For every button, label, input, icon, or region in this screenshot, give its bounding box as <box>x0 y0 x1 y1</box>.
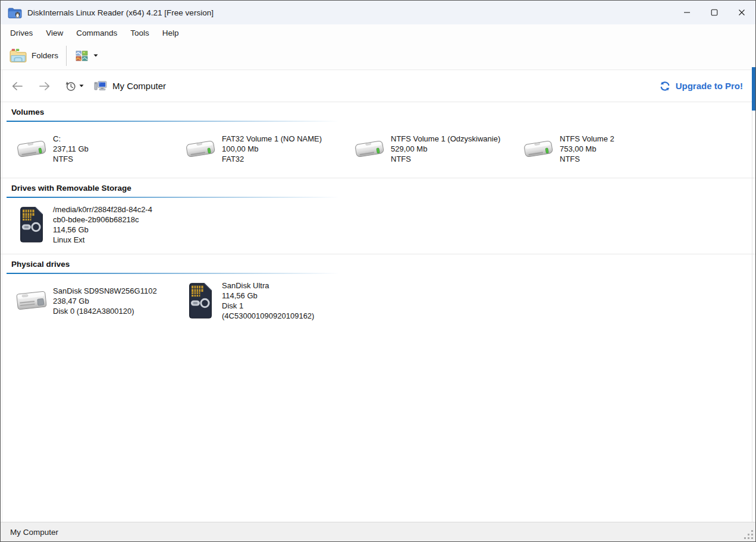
toolbar-separator <box>66 46 67 66</box>
current-location: My Computer <box>94 80 166 92</box>
menu-drives[interactable]: Drives <box>4 26 39 40</box>
section-volumes: Volumes C: 237,11 Gb NTFS FAT32 Volume 1… <box>1 102 755 178</box>
hard-drive-icon <box>522 135 555 162</box>
drive-size: 114,56 Gb <box>222 291 314 301</box>
toolbar: Folders <box>1 42 755 70</box>
volume-filesystem: NTFS <box>53 154 89 164</box>
status-bar: My Computer <box>1 522 755 541</box>
volume-item-ntfs2[interactable]: NTFS Volume 2 753,00 Mb NTFS <box>507 127 676 170</box>
window-title: DiskInternals Linux Reader (x64) 4.21 [F… <box>27 8 214 17</box>
close-button[interactable] <box>728 1 755 24</box>
drive-id: Disk 0 (1842A3800120) <box>53 306 157 316</box>
my-computer-icon <box>94 80 107 92</box>
menu-commands[interactable]: Commands <box>70 26 124 40</box>
volume-name: C: <box>53 134 89 144</box>
upgrade-to-pro-link[interactable]: Upgrade to Pro! <box>659 80 743 92</box>
drive-filesystem: Linux Ext <box>53 235 152 245</box>
section-title: Physical drives <box>1 254 755 269</box>
location-label: My Computer <box>112 81 166 91</box>
mount-path-line2: cb0-bdee-2b906b68218c <box>53 215 152 225</box>
menu-bar: Drives View Commands Tools Help <box>1 24 755 42</box>
sd-card-icon <box>187 282 214 319</box>
status-text: My Computer <box>10 528 58 537</box>
drive-serial: (4C530001090920109162) <box>222 311 314 321</box>
physical-drive-item-0[interactable]: SanDisk SD9SN8W256G1102 238,47 Gb Disk 0… <box>1 279 170 322</box>
physical-drive-item-1[interactable]: SanDisk Ultra 114,56 Gb Disk 1 (4C530001… <box>170 279 338 322</box>
drive-size: 114,56 Gb <box>53 225 152 235</box>
resize-grip[interactable] <box>744 530 754 540</box>
section-removable: Drives with Removable Storage /media/k0r… <box>1 178 755 254</box>
content-area: Volumes C: 237,11 Gb NTFS FAT32 Volume 1… <box>1 102 755 522</box>
volume-name: FAT32 Volume 1 (NO NAME) <box>222 134 322 144</box>
volume-name: NTFS Volume 1 (Odzyskiwanie) <box>391 134 500 144</box>
drive-model: SanDisk Ultra <box>222 281 314 291</box>
volume-item-fat32[interactable]: FAT32 Volume 1 (NO NAME) 100,00 Mb FAT32 <box>170 127 338 170</box>
menu-help[interactable]: Help <box>156 26 186 40</box>
drive-id: Disk 1 <box>222 301 314 311</box>
sd-card-icon <box>18 206 45 243</box>
chevron-down-icon <box>93 54 98 57</box>
history-dropdown-button[interactable] <box>65 80 84 92</box>
arrow-left-icon <box>10 81 24 91</box>
maximize-button[interactable] <box>701 1 728 24</box>
arrow-right-icon <box>37 81 52 91</box>
volume-size: 100,00 Mb <box>222 144 322 154</box>
menu-tools[interactable]: Tools <box>124 26 156 40</box>
physical-drive-icon <box>15 287 48 314</box>
volume-item-c[interactable]: C: 237,11 Gb NTFS <box>1 127 170 170</box>
sync-icon <box>659 80 671 92</box>
forward-button[interactable] <box>36 80 54 93</box>
hard-drive-icon <box>353 135 386 162</box>
view-mode-button[interactable] <box>72 49 102 63</box>
mount-path-line1: /media/k0rr/2884f28d-84c2-4 <box>53 204 152 215</box>
folders-button-label: Folders <box>32 51 58 60</box>
accent-stripe <box>752 67 755 111</box>
volume-size: 753,00 Mb <box>560 144 614 154</box>
back-button[interactable] <box>8 80 26 93</box>
volume-size: 237,11 Gb <box>53 144 89 154</box>
folders-icon <box>9 48 27 64</box>
navigation-bar: My Computer Upgrade to Pro! <box>1 70 755 102</box>
hard-drive-icon <box>15 135 48 162</box>
volume-name: NTFS Volume 2 <box>560 134 614 144</box>
upgrade-label: Upgrade to Pro! <box>676 81 743 91</box>
menu-view[interactable]: View <box>39 26 70 40</box>
volume-tiles: C: 237,11 Gb NTFS FAT32 Volume 1 (NO NAM… <box>1 122 755 170</box>
drive-model: SanDisk SD9SN8W256G1102 <box>53 286 157 296</box>
title-bar: DiskInternals Linux Reader (x64) 4.21 [F… <box>1 1 755 24</box>
view-mode-icon <box>76 51 88 61</box>
physical-tiles: SanDisk SD9SN8W256G1102 238,47 Gb Disk 0… <box>1 274 755 322</box>
drive-size: 238,47 Gb <box>53 296 157 306</box>
app-icon <box>8 7 22 19</box>
minimize-button[interactable] <box>673 1 701 24</box>
folders-button[interactable]: Folders <box>5 46 62 65</box>
volume-size: 529,00 Mb <box>391 144 500 154</box>
volume-filesystem: NTFS <box>560 154 614 164</box>
section-title: Drives with Removable Storage <box>1 178 755 193</box>
removable-item[interactable]: /media/k0rr/2884f28d-84c2-4 cb0-bdee-2b9… <box>1 203 170 246</box>
removable-tiles: /media/k0rr/2884f28d-84c2-4 cb0-bdee-2b9… <box>1 198 755 246</box>
section-physical: Physical drives SanDisk SD9SN8W256G1102 … <box>1 254 755 330</box>
hard-drive-icon <box>184 135 217 162</box>
history-icon <box>65 80 77 92</box>
volume-filesystem: FAT32 <box>222 154 322 164</box>
section-title: Volumes <box>1 102 755 116</box>
app-window: DiskInternals Linux Reader (x64) 4.21 [F… <box>0 0 756 542</box>
chevron-down-icon <box>79 84 84 87</box>
volume-item-ntfs1[interactable]: NTFS Volume 1 (Odzyskiwanie) 529,00 Mb N… <box>338 127 507 170</box>
window-controls <box>673 1 755 24</box>
volume-filesystem: NTFS <box>391 154 500 164</box>
